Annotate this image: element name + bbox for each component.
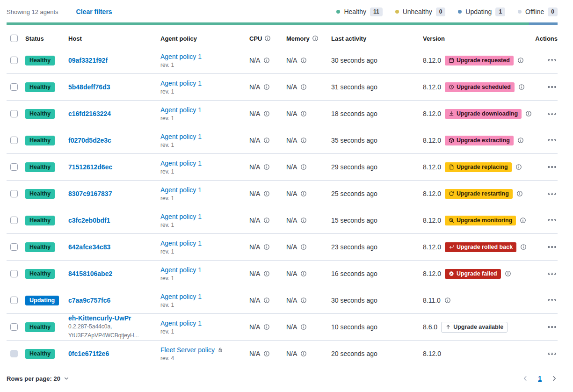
cpu-na-info-icon[interactable]: [263, 84, 270, 90]
column-header-memory: Memory: [286, 35, 331, 42]
host-link[interactable]: f0270d5d2e3c: [68, 137, 156, 144]
cpu-na-info-icon[interactable]: [263, 217, 270, 224]
upgrade-info-icon[interactable]: [520, 217, 526, 224]
agent-policy-link[interactable]: Agent policy 1: [160, 213, 202, 220]
row-checkbox[interactable]: [10, 83, 18, 91]
row-checkbox[interactable]: [10, 190, 18, 197]
memory-na-info-icon[interactable]: [300, 57, 307, 64]
agent-policy-link[interactable]: Agent policy 1: [160, 186, 202, 194]
status-badge: Healthy: [25, 349, 55, 359]
upgrade-info-icon[interactable]: [520, 244, 527, 250]
memory-na-info-icon[interactable]: [300, 217, 307, 224]
host-link[interactable]: eh-Kittencurly-UwPr: [68, 314, 156, 322]
row-actions-menu-icon[interactable]: [546, 84, 558, 90]
memory-na-info-icon[interactable]: [300, 244, 307, 250]
host-link[interactable]: 84158106abe2: [68, 270, 156, 277]
row-actions-menu-icon[interactable]: [546, 271, 558, 276]
page-number-1[interactable]: 1: [538, 375, 542, 382]
row-actions-menu-icon[interactable]: [546, 58, 558, 63]
memory-na-info-icon[interactable]: [300, 350, 307, 357]
host-metadata: 0.2.287-5a44c0a,YtU3FZApVP4WCBqtjeyH...: [68, 323, 156, 340]
pagination: 1: [522, 375, 558, 382]
row-checkbox[interactable]: [10, 57, 18, 64]
cpu-na-info-icon[interactable]: [263, 110, 270, 117]
memory-na-info-icon[interactable]: [300, 297, 307, 304]
host-link[interactable]: c16fd2163224: [68, 110, 156, 117]
cpu-na-info-icon[interactable]: [263, 57, 270, 64]
row-checkbox[interactable]: [10, 217, 18, 224]
upgrade-info-icon[interactable]: [518, 84, 525, 90]
previous-page-button[interactable]: [522, 375, 529, 382]
agent-policy-link[interactable]: Agent policy 1: [160, 293, 202, 300]
memory-info-icon[interactable]: [312, 35, 319, 42]
memory-na-info-icon[interactable]: [300, 270, 307, 277]
row-checkbox[interactable]: [10, 323, 18, 331]
agent-policy-link[interactable]: Agent policy 1: [160, 160, 202, 167]
cpu-na-info-icon[interactable]: [263, 190, 270, 197]
host-link[interactable]: 8307c9167837: [68, 190, 156, 197]
agent-policy-link[interactable]: Agent policy 1: [160, 53, 202, 60]
host-link[interactable]: 642afce34c83: [68, 243, 156, 251]
rows-per-page-select[interactable]: Rows per page: 20: [7, 375, 69, 382]
host-link[interactable]: 5b48deff76d3: [68, 83, 156, 91]
row-checkbox[interactable]: [10, 243, 18, 251]
select-all-checkbox[interactable]: [10, 35, 18, 42]
row-checkbox[interactable]: [10, 270, 18, 277]
row-checkbox[interactable]: [10, 137, 18, 144]
clear-filters-link[interactable]: Clear filters: [76, 8, 112, 15]
memory-na-info-icon[interactable]: [300, 84, 307, 90]
memory-na-info-icon[interactable]: [300, 137, 307, 144]
policy-revision: rev. 1: [160, 328, 249, 335]
cpu-na-info-icon[interactable]: [263, 164, 270, 170]
memory-na-info-icon[interactable]: [300, 164, 307, 170]
upgrade-info-icon[interactable]: [515, 164, 522, 170]
host-link[interactable]: c3fc2eb0bdf1: [68, 217, 156, 224]
cpu-na-info-icon[interactable]: [263, 324, 270, 330]
host-link[interactable]: 0fc1e671f2e6: [68, 350, 156, 357]
row-checkbox[interactable]: [10, 110, 18, 117]
next-page-button[interactable]: [551, 375, 558, 382]
legend-item-updating: Updating 1: [458, 7, 505, 16]
version-value: 8.12.0: [423, 137, 441, 144]
cpu-na-info-icon[interactable]: [263, 244, 270, 250]
memory-na-info-icon[interactable]: [300, 324, 307, 330]
memory-na-info-icon[interactable]: [300, 190, 307, 197]
upgrade-info-icon[interactable]: [505, 270, 511, 277]
row-checkbox[interactable]: [10, 163, 18, 171]
row-actions-menu-icon[interactable]: [546, 164, 558, 170]
row-actions-menu-icon[interactable]: [546, 298, 558, 303]
legend-label: Unhealthy: [403, 8, 432, 15]
upgrade-info-icon[interactable]: [444, 297, 451, 304]
row-actions-menu-icon[interactable]: [546, 191, 558, 196]
agent-policy-link[interactable]: Fleet Server policy: [160, 346, 223, 354]
row-actions-menu-icon[interactable]: [546, 324, 558, 330]
agent-policy-link[interactable]: Agent policy 1: [160, 106, 202, 114]
upgrade-info-icon[interactable]: [517, 137, 524, 144]
host-link[interactable]: 09af3321f92f: [68, 57, 156, 64]
host-link[interactable]: c7aa9c757fc6: [68, 297, 156, 304]
row-actions-menu-icon[interactable]: [546, 351, 558, 356]
agent-policy-link[interactable]: Agent policy 1: [160, 319, 202, 327]
agent-policy-link[interactable]: Agent policy 1: [160, 80, 202, 87]
upgrade-status-badge: Upgrade rolled back: [445, 242, 516, 252]
row-actions-menu-icon[interactable]: [546, 111, 558, 116]
row-actions-menu-icon[interactable]: [546, 244, 558, 250]
status-badge: Healthy: [25, 136, 55, 145]
cpu-na-info-icon[interactable]: [263, 297, 270, 304]
row-checkbox[interactable]: [10, 297, 18, 304]
upgrade-info-icon[interactable]: [516, 190, 523, 197]
agent-policy-link[interactable]: Agent policy 1: [160, 133, 202, 140]
last-activity-value: 23 seconds ago: [331, 243, 423, 251]
memory-na-info-icon[interactable]: [300, 110, 307, 117]
agent-policy-link[interactable]: Agent policy 1: [160, 240, 202, 247]
cpu-na-info-icon[interactable]: [263, 270, 270, 277]
upgrade-status-badge: Upgrade monitoring: [445, 216, 516, 225]
row-actions-menu-icon[interactable]: [546, 218, 558, 223]
host-link[interactable]: 71512612d6ec: [68, 163, 156, 171]
agent-policy-link[interactable]: Agent policy 1: [160, 266, 202, 274]
cpu-na-info-icon[interactable]: [263, 137, 270, 144]
cpu-na-info-icon[interactable]: [263, 350, 270, 357]
row-actions-menu-icon[interactable]: [546, 138, 558, 143]
upgrade-info-icon[interactable]: [517, 57, 524, 64]
cpu-info-icon[interactable]: [264, 35, 271, 42]
